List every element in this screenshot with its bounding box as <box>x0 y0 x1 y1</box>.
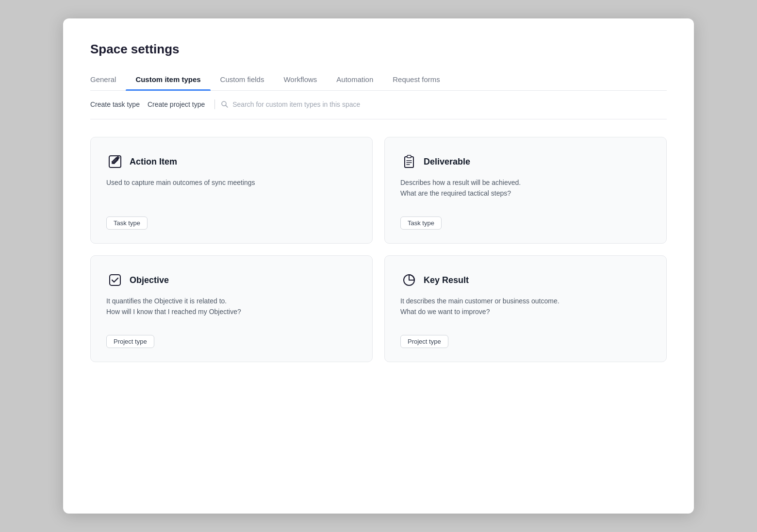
card-deliverable[interactable]: Deliverable Describes how a result will … <box>384 137 667 244</box>
svg-rect-4 <box>407 155 411 158</box>
card-action-item[interactable]: Action Item Used to capture main outcome… <box>90 137 373 244</box>
card-action-item-badge: Task type <box>106 216 148 230</box>
cards-grid: Action Item Used to capture main outcome… <box>90 137 667 362</box>
create-task-type-button[interactable]: Create task type <box>90 99 144 110</box>
card-action-item-title: Action Item <box>130 157 177 167</box>
card-objective[interactable]: Objective It quantifies the Objective it… <box>90 255 373 362</box>
card-key-result-title: Key Result <box>424 275 469 285</box>
actions-row: Create task type Create project type Sea… <box>90 91 667 119</box>
tab-request-forms[interactable]: Request forms <box>383 70 450 90</box>
svg-rect-8 <box>110 275 120 285</box>
card-objective-badge: Project type <box>106 335 154 348</box>
card-objective-description: It quantifies the Objective it is relate… <box>106 296 357 324</box>
card-deliverable-header: Deliverable <box>400 153 651 170</box>
tab-workflows[interactable]: Workflows <box>274 70 327 90</box>
card-key-result[interactable]: Key Result It describes the main custome… <box>384 255 667 362</box>
tab-custom-fields[interactable]: Custom fields <box>211 70 274 90</box>
card-deliverable-badge: Task type <box>400 216 442 230</box>
search-icon <box>221 100 229 108</box>
svg-rect-3 <box>405 157 413 167</box>
svg-line-1 <box>226 105 228 107</box>
clipboard-icon <box>400 153 418 170</box>
search-area[interactable]: Search for custom item types in this spa… <box>221 100 360 108</box>
page-title: Space settings <box>90 42 667 57</box>
tab-automation[interactable]: Automation <box>327 70 383 90</box>
card-deliverable-description: Describes how a result will be achieved.… <box>400 177 651 206</box>
edit-checkbox-icon <box>106 153 124 170</box>
search-placeholder-text: Search for custom item types in this spa… <box>232 100 360 108</box>
card-key-result-badge: Project type <box>400 335 448 348</box>
tab-general[interactable]: General <box>90 70 126 90</box>
settings-window: Space settings General Custom item types… <box>63 18 694 514</box>
card-objective-header: Objective <box>106 271 357 289</box>
pie-chart-icon <box>400 271 418 289</box>
checkbox-icon <box>106 271 124 289</box>
create-project-type-button[interactable]: Create project type <box>144 99 209 110</box>
tab-custom-item-types[interactable]: Custom item types <box>126 70 210 90</box>
card-key-result-header: Key Result <box>400 271 651 289</box>
tabs-nav: General Custom item types Custom fields … <box>90 70 667 91</box>
action-divider <box>214 100 215 109</box>
card-deliverable-title: Deliverable <box>424 157 470 167</box>
card-action-item-description: Used to capture main outcomes of sync me… <box>106 177 357 206</box>
card-key-result-description: It describes the main customer or busine… <box>400 296 651 324</box>
card-objective-title: Objective <box>130 275 169 285</box>
card-action-item-header: Action Item <box>106 153 357 170</box>
